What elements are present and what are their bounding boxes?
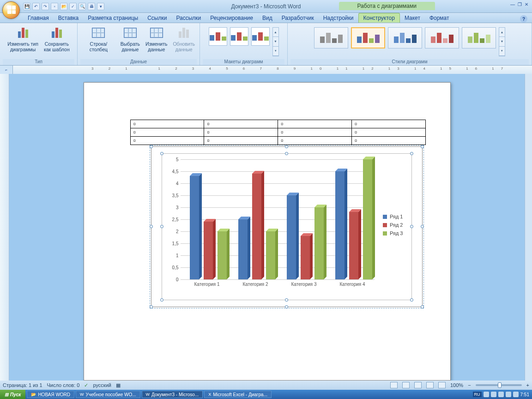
clock[interactable]: 7:51 [520,392,529,397]
resize-handle[interactable] [160,152,163,155]
taskbar-item[interactable]: WДокумент3 - Microso... [142,391,203,398]
quick-access-toolbar: 💾 ↶ ↷ ▫ 📂 ✓ 🔍 🖶 ▾ [23,3,104,10]
tab-developer[interactable]: Разработчик [277,13,319,23]
chart-legend[interactable]: Ряд 1Ряд 2Ряд 3 [383,214,403,239]
status-words[interactable]: Число слов: 0 [47,382,80,388]
open-icon[interactable]: 📂 [60,3,67,10]
resize-handle[interactable] [160,225,163,228]
tab-layout[interactable]: Макет [400,13,425,23]
qat-dropdown-icon[interactable]: ▾ [97,3,104,10]
group-styles: ▲▼▾ Стили диаграмм [288,23,532,65]
resize-handle[interactable] [285,152,288,155]
view-reading-icon[interactable] [402,382,410,388]
taskbar-item[interactable]: XMicrosoft Excel - Диагра... [204,391,272,398]
resize-handle[interactable] [421,145,424,148]
view-draft-icon[interactable] [438,382,446,388]
document-table[interactable]: ¤¤¤¤ ¤¤¤¤ ¤¤¤¤ [130,120,426,145]
minimize-button[interactable]: — [510,2,515,7]
resize-handle[interactable] [150,305,153,308]
tab-references[interactable]: Ссылки [143,13,171,23]
chart-layout-2[interactable] [230,27,248,46]
chart-style-2[interactable] [351,27,385,48]
tab-format[interactable]: Формат [425,13,454,23]
vertical-scrollbar[interactable] [525,74,532,381]
office-button[interactable] [2,1,20,19]
group-layouts-label: Макеты диаграмм [203,59,284,65]
document-area[interactable]: ¤¤¤¤ ¤¤¤¤ ¤¤¤¤ 00,511,522,533,544,55Кате… [9,74,525,381]
resize-handle[interactable] [410,225,413,228]
taskbar-item[interactable]: WУчебное пособие WO... [76,391,140,398]
change-chart-type-button[interactable]: Изменить тип диаграммы [6,24,40,53]
proofing-icon[interactable]: ✓ [84,382,88,388]
edit-data-button[interactable]: Изменить данные [144,24,169,53]
group-type-label: Тип [3,59,74,65]
title-bar: 💾 ↶ ↷ ▫ 📂 ✓ 🔍 🖶 ▾ Документ3 - Microsoft … [0,0,532,13]
print-icon[interactable]: 🖶 [88,3,95,10]
macro-icon[interactable]: ▦ [116,382,121,388]
chart-object[interactable]: 00,511,522,533,544,55Категория 1Категори… [151,146,423,307]
chart-layout-1[interactable] [209,27,227,46]
status-language[interactable]: русский [93,382,111,388]
ruler-corner-icon[interactable]: ⌐ [0,66,13,74]
styles-scroll[interactable]: ▲▼▾ [499,27,505,56]
view-outline-icon[interactable] [426,382,434,388]
switch-rowcol-button[interactable]: Строка/столбец [80,24,117,53]
taskbar-item[interactable]: 📂НОВАЯ WORD [27,391,74,398]
tab-insert[interactable]: Вставка [54,13,84,23]
tab-view[interactable]: Вид [258,13,277,23]
resize-handle[interactable] [285,298,288,302]
save-as-template-button[interactable]: Сохранить как шаблон [42,24,72,53]
tray-icon[interactable] [513,392,519,397]
new-icon[interactable]: ▫ [51,3,58,10]
resize-handle[interactable] [410,298,413,302]
tray-icon[interactable] [498,392,504,397]
chart-style-3[interactable] [388,27,422,48]
select-data-button[interactable]: Выбрать данные [119,24,142,53]
chart-style-1[interactable] [314,27,348,48]
view-print-icon[interactable] [390,382,398,388]
lang-indicator[interactable]: RU [473,392,482,397]
tab-review[interactable]: Рецензирование [206,13,258,23]
print-preview-icon[interactable]: 🔍 [79,3,86,10]
horizontal-ruler[interactable]: 3 2 1 1 2 3 4 5 6 7 8 9 10 11 12 13 14 1… [13,66,532,74]
resize-handle[interactable] [150,225,153,228]
resize-handle[interactable] [421,225,424,228]
chart-style-4[interactable] [425,27,459,48]
tab-design[interactable]: Конструктор [358,13,400,23]
help-icon[interactable]: ? [520,15,527,23]
resize-handle[interactable] [421,305,424,308]
tray-icon[interactable] [506,392,511,397]
windows-icon: ⊞ [5,392,8,397]
zoom-out-icon[interactable]: − [468,382,471,388]
ribbon: Изменить тип диаграммы Сохранить как шаб… [0,23,532,66]
spellcheck-icon[interactable]: ✓ [69,3,77,10]
zoom-in-icon[interactable]: + [526,382,529,388]
zoom-slider[interactable] [476,384,522,386]
chart-style-5[interactable] [462,27,496,48]
tray-icon[interactable] [491,392,496,397]
layouts-scroll[interactable]: ▲▼▾ [272,27,279,56]
tab-home[interactable]: Главная [23,13,54,23]
restore-button[interactable]: ❐ [518,2,522,7]
vertical-ruler[interactable] [0,74,9,381]
redo-icon[interactable]: ↷ [42,3,49,10]
tab-addons[interactable]: Надстройки [319,13,358,23]
chart-plot-area[interactable]: 00,511,522,533,544,55Категория 1Категори… [162,153,412,300]
view-web-icon[interactable] [414,382,422,388]
undo-icon[interactable]: ↶ [32,3,40,10]
resize-handle[interactable] [410,152,413,155]
save-icon[interactable]: 💾 [23,3,30,10]
resize-handle[interactable] [160,298,163,302]
group-layouts: ▲▼▾ Макеты диаграмм [200,23,288,65]
chart-layout-3[interactable] [251,27,270,46]
zoom-level[interactable]: 100% [450,382,463,388]
close-button[interactable]: ✕ [525,2,528,7]
start-button[interactable]: ⊞Пуск [0,390,25,399]
resize-handle[interactable] [285,145,288,148]
tab-pagelayout[interactable]: Разметка страницы [83,13,143,23]
tab-mailings[interactable]: Рассылки [171,13,206,23]
status-page[interactable]: Страница: 1 из 1 [3,382,42,388]
tray-icon[interactable] [484,392,489,397]
resize-handle[interactable] [285,305,288,308]
resize-handle[interactable] [150,145,153,148]
